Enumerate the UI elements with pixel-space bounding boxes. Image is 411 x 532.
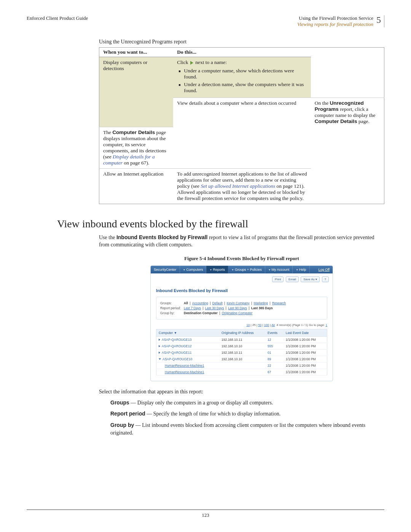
cell-do: To add unrecognized Internet application…	[173, 168, 311, 204]
events-link[interactable]: 22	[268, 364, 271, 367]
filter-groupby-option[interactable]: Originating Computer	[222, 311, 253, 315]
filter-period-option[interactable]: Last 30 Days	[205, 306, 224, 310]
col-date[interactable]: Last Event Date	[284, 329, 327, 336]
events-link[interactable]: 12	[268, 338, 271, 342]
header-left: Enforced Client Product Guide	[27, 15, 88, 21]
data-row: HumanResource-Machine1671/1/2008 1:20:00…	[156, 369, 327, 375]
cell-when: View details about a computer where a de…	[173, 98, 311, 169]
th-when: When you want to...	[99, 48, 174, 57]
cell-do: The Computer Details page displays infor…	[99, 127, 174, 168]
filter-label-groups: Groups:	[160, 301, 183, 305]
col-ip[interactable]: Originating IP Address	[219, 329, 265, 336]
data-row: ASAP-QAROUGE11192.168.10.11011/1/2008 1:…	[156, 349, 327, 356]
section-heading: View inbound events blocked by the firew…	[57, 218, 384, 230]
filter-label-groupby: Group by:	[160, 311, 183, 315]
print-button[interactable]: Print	[272, 276, 284, 282]
table-row: Allow an Internet application To add unr…	[99, 168, 384, 204]
defs-lead: Select the information that appears in t…	[99, 388, 384, 396]
collapse-icon[interactable]	[159, 358, 161, 360]
expand-icon[interactable]	[159, 339, 160, 341]
data-row: ASAP-QAROUGE12192.168.10.105551/1/2008 1…	[156, 343, 327, 349]
cell-when: Display computers or detections	[99, 57, 174, 127]
page-size-option[interactable]: 50	[258, 323, 261, 327]
expand-icon[interactable]	[159, 345, 160, 347]
filter-group-option[interactable]: Kevin Company	[227, 301, 250, 305]
header-section-1: Using the Firewall Protection Service	[297, 15, 373, 21]
definition-list: Select the information that appears in t…	[99, 388, 384, 437]
filter-period-option[interactable]: Last 365 Days	[251, 306, 273, 310]
cell-when: Allow an Internet application	[99, 168, 174, 204]
col-computer[interactable]: Computer ▼	[156, 329, 220, 336]
ss-report-title: Inbound Events Blocked by Firewall	[156, 288, 327, 293]
expand-icon	[190, 61, 193, 65]
cell-do: Click next to a name: Under a computer n…	[173, 57, 311, 98]
ss-toolbar: Print Email Save As ▾ ?	[151, 273, 333, 285]
nav-tab-groups-policies[interactable]: ▼Groups + Policies	[228, 266, 265, 273]
def-item: Groups — Display only the computers in a…	[110, 399, 384, 407]
table-row: Display computers or detections Click ne…	[99, 57, 384, 98]
data-row: HumanResource-Machine1221/1/2008 1:20:00…	[156, 362, 327, 369]
events-link[interactable]: 555	[268, 344, 273, 348]
filter-period-option[interactable]: Last 90 Days	[228, 306, 247, 310]
events-link[interactable]: 01	[268, 351, 271, 355]
nav-tab-my-account[interactable]: ▼My Account	[265, 266, 293, 273]
cell-do: On the Unrecognized Programs report, cli…	[311, 98, 384, 127]
filter-groups-links: All | Accounting | Default | Kevin Compa…	[183, 301, 287, 305]
nav-tab-reports[interactable]: ▼Reports	[206, 266, 228, 273]
filter-group-option[interactable]: Marketing	[254, 301, 268, 305]
filter-groupby-option[interactable]: Destination Computer	[184, 311, 218, 315]
col-events[interactable]: Events	[265, 329, 284, 336]
filter-group-option[interactable]: Default	[212, 301, 223, 305]
page-footer: 123	[27, 510, 384, 518]
table-intro: Using the Unrecognized Programs report	[99, 39, 384, 45]
page-number: 123	[202, 512, 209, 518]
def-item: Report period — Specify the length of ti…	[110, 410, 384, 418]
events-link[interactable]: 67	[268, 370, 271, 374]
ss-filters: Groups: All | Accounting | Default | Kev…	[156, 297, 327, 320]
nav-tab-securitycenter[interactable]: SecurityCenter	[151, 266, 180, 273]
logoff-link[interactable]: Log Off	[315, 266, 333, 273]
save-as-button[interactable]: Save As ▾	[301, 276, 320, 282]
page-number-link[interactable]: 1	[326, 323, 327, 327]
section-para: Use the Inbound Events Blocked by Firewa…	[99, 234, 384, 249]
ss-nav: SecurityCenter ▼Computers ▼Reports ▼Grou…	[151, 266, 333, 273]
email-button[interactable]: Email	[286, 276, 299, 282]
filter-label-period: Report period:	[160, 306, 183, 310]
ss-pager: 10 | 25 | 50 | 100 | All 4 record(s) (Pa…	[156, 323, 327, 327]
filter-period-links: Last 7 Days | Last 30 Days | Last 90 Day…	[183, 306, 274, 310]
reference-table: When you want to... Do this... Display c…	[99, 47, 384, 204]
help-button[interactable]: ?	[322, 276, 329, 282]
data-row: ASAP-QAROUGE10192.168.10.10891/1/2008 1:…	[156, 356, 327, 362]
header-section-2: Viewing reports for firewall protection	[297, 21, 373, 27]
th-do: Do this...	[173, 48, 311, 57]
page-size-option[interactable]: All	[271, 323, 275, 327]
ss-data-table: Computer ▼ Originating IP Address Events…	[156, 329, 327, 375]
filter-period-option[interactable]: Last 7 Days	[184, 306, 201, 310]
report-screenshot: SecurityCenter ▼Computers ▼Reports ▼Grou…	[150, 265, 333, 381]
page-header: Enforced Client Product Guide Using the …	[27, 15, 384, 27]
filter-groupby-links: Destination Computer | Originating Compu…	[183, 311, 253, 315]
header-right: Using the Firewall Protection Service Vi…	[297, 15, 384, 27]
filter-group-option[interactable]: All	[184, 301, 188, 305]
expand-icon[interactable]	[159, 351, 160, 354]
filter-group-option[interactable]: Research	[272, 301, 286, 305]
page-size-option[interactable]: 100	[264, 323, 269, 327]
chapter-number: 5	[373, 15, 381, 24]
nav-tab-help[interactable]: ▼Help	[293, 266, 309, 273]
data-row: ASAP-QAROUGE13192.168.10.11121/1/2008 1:…	[156, 336, 327, 343]
figure-caption: Figure 5-4 Inbound Events Blocked by Fir…	[99, 256, 384, 262]
list-item: Under a detection name, show the compute…	[184, 81, 307, 94]
events-link[interactable]: 89	[268, 357, 271, 361]
nav-tab-computers[interactable]: ▼Computers	[180, 266, 207, 273]
list-item: Under a computer name, show which detect…	[184, 68, 307, 80]
xref-link[interactable]: Set up allowed Internet applications	[201, 183, 275, 189]
def-item: Group by — List inbound events blocked f…	[110, 421, 384, 437]
filter-group-option[interactable]: Accounting	[192, 301, 208, 305]
page-size-option[interactable]: 10	[246, 323, 250, 327]
